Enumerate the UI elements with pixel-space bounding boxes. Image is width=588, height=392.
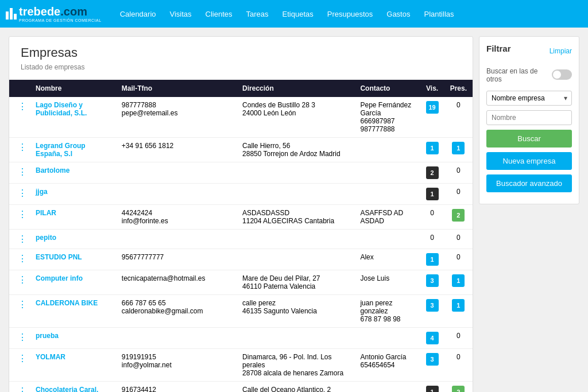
clear-button[interactable]: Limpiar (550, 47, 572, 55)
filter-title: Filtrar (486, 44, 511, 53)
col-header-name: Nombre (30, 80, 116, 97)
dots-icon[interactable]: ⋮ (15, 253, 30, 265)
logo-bar-2 (10, 8, 13, 20)
company-name-link[interactable]: CALDERONA BIKE (36, 299, 98, 307)
dots-icon[interactable]: ⋮ (15, 141, 30, 153)
table-row: ⋮prueba40 (9, 328, 473, 349)
search-others-row: Buscar en las de otros (486, 63, 572, 86)
company-name-cell: ESTUDIO PNL (30, 249, 116, 270)
nav-item-clientes[interactable]: Clientes (199, 0, 239, 28)
company-name-link[interactable]: YOLMAR (36, 353, 65, 361)
nav-item-visitas[interactable]: Visitas (163, 0, 199, 28)
vis-badge: 0 (430, 234, 434, 242)
row-actions[interactable]: ⋮ (9, 162, 30, 184)
contact-cell: Pepe Fernández García666987987 987777888 (354, 97, 420, 138)
pres-badge: 0 (457, 353, 461, 361)
row-actions[interactable]: ⋮ (9, 349, 30, 382)
company-name-cell: YOLMAR (30, 349, 116, 382)
table-row: ⋮Legrand Group España, S.l+34 91 656 181… (9, 138, 473, 162)
row-actions[interactable]: ⋮ (9, 249, 30, 270)
company-name-cell: Bartolome (30, 162, 116, 184)
mail-cell: 95677777777 (116, 249, 237, 270)
vis-cell: 3 (420, 349, 444, 382)
table-row: ⋮PILAR44242424info@forinte.esASDASDASSD1… (9, 205, 473, 230)
vis-badge: 3 (426, 353, 439, 366)
dots-icon[interactable]: ⋮ (15, 208, 30, 220)
mail-cell (116, 328, 237, 349)
mail-cell: +34 91 656 1812 (116, 138, 237, 162)
search-others-label: Buscar en las de otros (486, 67, 552, 83)
content-panel: Empresas Listado de empresas Nombre Mail… (9, 36, 473, 392)
dots-icon[interactable]: ⋮ (15, 166, 30, 178)
pres-cell: 0 (444, 184, 473, 205)
advanced-search-button[interactable]: Buscador avanzado (486, 174, 572, 192)
nav-item-calendario[interactable]: Calendario (113, 0, 163, 28)
company-name-cell: Chocolateria Caral, S.L (30, 382, 116, 393)
dots-icon[interactable]: ⋮ (15, 100, 30, 112)
contact-cell: Antonio García654654654 (354, 349, 420, 382)
company-name-link[interactable]: ESTUDIO PNL (36, 253, 82, 261)
logo-bar-1 (6, 11, 9, 20)
row-actions[interactable]: ⋮ (9, 184, 30, 205)
row-actions[interactable]: ⋮ (9, 382, 30, 393)
row-actions[interactable]: ⋮ (9, 138, 30, 162)
row-actions[interactable]: ⋮ (9, 270, 30, 295)
dots-icon[interactable]: ⋮ (15, 352, 30, 364)
row-actions[interactable]: ⋮ (9, 295, 30, 328)
name-input[interactable] (486, 110, 572, 125)
dots-icon[interactable]: ⋮ (15, 331, 30, 343)
company-name-cell: prueba (30, 328, 116, 349)
main-nav: CalendarioVisitasClientesTareasEtiquetas… (113, 0, 461, 28)
dots-icon[interactable]: ⋮ (15, 298, 30, 311)
pres-badge: 1 (452, 142, 465, 154)
company-field-select[interactable]: Nombre empresa (486, 91, 572, 106)
address-cell: Calle del Oceano Atlantico, 228821 Cosla… (237, 382, 354, 393)
row-actions[interactable]: ⋮ (9, 328, 30, 349)
nav-item-etiquetas[interactable]: Etiquetas (276, 0, 320, 28)
dots-icon[interactable]: ⋮ (15, 233, 30, 245)
table-row: ⋮ESTUDIO PNL95677777777Alex10 (9, 249, 473, 270)
table-row: ⋮Computer infotecnicapaterna@hotmail.esM… (9, 270, 473, 295)
dots-icon[interactable]: ⋮ (15, 187, 30, 199)
vis-badge: 3 (426, 299, 439, 312)
company-name-link[interactable]: Chocolateria Caral, S.L (36, 386, 98, 392)
company-name-link[interactable]: Bartolome (36, 166, 69, 174)
vis-cell: 0 (420, 205, 444, 230)
table-row: ⋮Bartolome20 (9, 162, 473, 184)
col-name (9, 80, 30, 97)
nav-item-gastos[interactable]: Gastos (380, 0, 417, 28)
row-actions[interactable]: ⋮ (9, 97, 30, 138)
col-header-contact: Contacto (354, 80, 420, 97)
nav-item-tareas[interactable]: Tareas (239, 0, 276, 28)
company-name-link[interactable]: prueba (36, 332, 59, 340)
vis-badge: 1 (426, 188, 439, 200)
nav-item-plantillas[interactable]: Plantillas (417, 0, 461, 28)
company-name-link[interactable]: jjga (36, 188, 48, 196)
contact-cell: ASAFFSD AD ASDAD (354, 205, 420, 230)
search-others-toggle[interactable] (552, 69, 572, 80)
vis-cell: 1 (420, 138, 444, 162)
dots-icon[interactable]: ⋮ (15, 385, 30, 392)
row-actions[interactable]: ⋮ (9, 205, 30, 230)
pres-badge: 2 (452, 386, 465, 392)
mail-cell: 919191915info@yolmar.net (116, 349, 237, 382)
company-name-link[interactable]: pepito (36, 234, 56, 242)
vis-cell: 4 (420, 328, 444, 349)
new-company-button[interactable]: Nueva empresa (486, 152, 572, 170)
search-button[interactable]: Buscar (486, 130, 572, 148)
vis-badge: 1 (426, 142, 439, 154)
company-name-cell: pepito (30, 230, 116, 249)
company-name-link[interactable]: Computer info (36, 274, 83, 282)
company-name-link[interactable]: Lago Diseño y Publicidad, S.L. (36, 101, 87, 117)
vis-cell: 19 (420, 97, 444, 138)
pres-badge: 0 (457, 253, 461, 261)
pres-cell: 1 (444, 270, 473, 295)
dots-icon[interactable]: ⋮ (15, 274, 30, 286)
address-cell (237, 162, 354, 184)
company-name-link[interactable]: PILAR (36, 209, 56, 217)
row-actions[interactable]: ⋮ (9, 230, 30, 249)
nav-item-presupuestos[interactable]: Presupuestos (320, 0, 380, 28)
company-name-link[interactable]: Legrand Group España, S.l (36, 142, 86, 158)
contact-cell: Jose Luis (354, 270, 420, 295)
col-header-vis: Vis. (420, 80, 444, 97)
